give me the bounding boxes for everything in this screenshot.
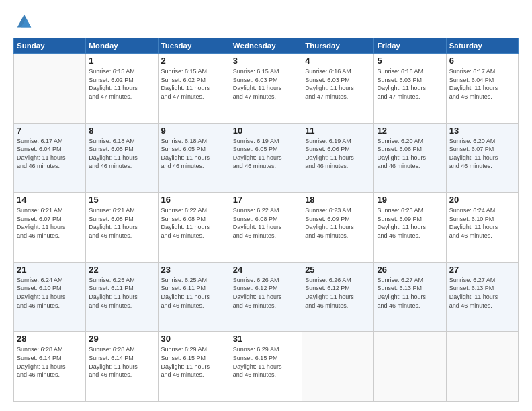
day-number: 19 — [377, 195, 443, 205]
day-number: 23 — [161, 265, 227, 275]
calendar-cell: 31Sunrise: 6:29 AM Sunset: 6:15 PM Dayli… — [230, 332, 302, 402]
calendar-cell: 10Sunrise: 6:19 AM Sunset: 6:05 PM Dayli… — [230, 123, 302, 193]
day-number: 4 — [305, 56, 371, 66]
day-info: Sunrise: 6:27 AM Sunset: 6:13 PM Dayligh… — [377, 276, 443, 310]
calendar-cell: 18Sunrise: 6:23 AM Sunset: 6:09 PM Dayli… — [302, 193, 374, 263]
calendar-cell: 28Sunrise: 6:28 AM Sunset: 6:14 PM Dayli… — [14, 332, 86, 402]
calendar-cell: 29Sunrise: 6:28 AM Sunset: 6:14 PM Dayli… — [86, 332, 158, 402]
calendar-cell: 24Sunrise: 6:26 AM Sunset: 6:12 PM Dayli… — [230, 262, 302, 332]
day-info: Sunrise: 6:26 AM Sunset: 6:12 PM Dayligh… — [233, 276, 299, 310]
calendar-cell: 2Sunrise: 6:15 AM Sunset: 6:02 PM Daylig… — [158, 54, 230, 124]
calendar-cell: 27Sunrise: 6:27 AM Sunset: 6:13 PM Dayli… — [446, 262, 518, 332]
day-info: Sunrise: 6:21 AM Sunset: 6:07 PM Dayligh… — [17, 206, 83, 240]
calendar-cell — [374, 332, 446, 402]
day-info: Sunrise: 6:20 AM Sunset: 6:06 PM Dayligh… — [377, 137, 443, 171]
day-info: Sunrise: 6:18 AM Sunset: 6:05 PM Dayligh… — [161, 137, 227, 171]
calendar-header-wednesday: Wednesday — [230, 38, 302, 54]
calendar-week-row: 1Sunrise: 6:15 AM Sunset: 6:02 PM Daylig… — [14, 54, 519, 124]
day-number: 27 — [449, 265, 515, 275]
calendar-header-saturday: Saturday — [446, 38, 518, 54]
logo-icon — [15, 12, 34, 31]
day-number: 14 — [17, 195, 83, 205]
day-number: 28 — [17, 334, 83, 344]
day-number: 30 — [161, 334, 227, 344]
day-info: Sunrise: 6:17 AM Sunset: 6:04 PM Dayligh… — [449, 67, 515, 101]
calendar-cell: 16Sunrise: 6:22 AM Sunset: 6:08 PM Dayli… — [158, 193, 230, 263]
day-number: 25 — [305, 265, 371, 275]
day-number: 1 — [89, 56, 154, 66]
calendar-cell: 11Sunrise: 6:19 AM Sunset: 6:06 PM Dayli… — [302, 123, 374, 193]
day-info: Sunrise: 6:21 AM Sunset: 6:08 PM Dayligh… — [89, 206, 154, 240]
day-info: Sunrise: 6:24 AM Sunset: 6:10 PM Dayligh… — [449, 206, 515, 240]
day-number: 16 — [161, 195, 227, 205]
day-info: Sunrise: 6:29 AM Sunset: 6:15 PM Dayligh… — [233, 345, 299, 379]
day-info: Sunrise: 6:23 AM Sunset: 6:09 PM Dayligh… — [305, 206, 371, 240]
day-number: 11 — [305, 126, 371, 136]
calendar-cell: 30Sunrise: 6:29 AM Sunset: 6:15 PM Dayli… — [158, 332, 230, 402]
day-number: 22 — [89, 265, 154, 275]
day-info: Sunrise: 6:20 AM Sunset: 6:07 PM Dayligh… — [449, 137, 515, 171]
calendar-cell: 23Sunrise: 6:25 AM Sunset: 6:11 PM Dayli… — [158, 262, 230, 332]
calendar-cell: 20Sunrise: 6:24 AM Sunset: 6:10 PM Dayli… — [446, 193, 518, 263]
calendar-cell — [302, 332, 374, 402]
calendar-cell: 3Sunrise: 6:15 AM Sunset: 6:03 PM Daylig… — [230, 54, 302, 124]
calendar-week-row: 7Sunrise: 6:17 AM Sunset: 6:04 PM Daylig… — [14, 123, 519, 193]
calendar-cell — [446, 332, 518, 402]
calendar-week-row: 21Sunrise: 6:24 AM Sunset: 6:10 PM Dayli… — [14, 262, 519, 332]
day-number: 15 — [89, 195, 154, 205]
day-number: 21 — [17, 265, 83, 275]
calendar-header-monday: Monday — [86, 38, 158, 54]
calendar-cell: 12Sunrise: 6:20 AM Sunset: 6:06 PM Dayli… — [374, 123, 446, 193]
day-info: Sunrise: 6:22 AM Sunset: 6:08 PM Dayligh… — [161, 206, 227, 240]
day-info: Sunrise: 6:15 AM Sunset: 6:02 PM Dayligh… — [161, 67, 227, 101]
day-info: Sunrise: 6:19 AM Sunset: 6:05 PM Dayligh… — [233, 137, 299, 171]
day-info: Sunrise: 6:24 AM Sunset: 6:10 PM Dayligh… — [17, 276, 83, 310]
calendar-header-friday: Friday — [374, 38, 446, 54]
day-info: Sunrise: 6:17 AM Sunset: 6:04 PM Dayligh… — [17, 137, 83, 171]
calendar-header-tuesday: Tuesday — [158, 38, 230, 54]
calendar-cell — [14, 54, 86, 124]
day-number: 31 — [233, 334, 299, 344]
calendar-table: SundayMondayTuesdayWednesdayThursdayFrid… — [13, 38, 519, 402]
day-number: 18 — [305, 195, 371, 205]
day-number: 17 — [233, 195, 299, 205]
day-info: Sunrise: 6:18 AM Sunset: 6:05 PM Dayligh… — [89, 137, 154, 171]
day-number: 10 — [233, 126, 299, 136]
day-info: Sunrise: 6:19 AM Sunset: 6:06 PM Dayligh… — [305, 137, 371, 171]
day-info: Sunrise: 6:26 AM Sunset: 6:12 PM Dayligh… — [305, 276, 371, 310]
day-info: Sunrise: 6:28 AM Sunset: 6:14 PM Dayligh… — [89, 345, 154, 379]
day-number: 8 — [89, 126, 154, 136]
day-info: Sunrise: 6:23 AM Sunset: 6:09 PM Dayligh… — [377, 206, 443, 240]
calendar-cell: 14Sunrise: 6:21 AM Sunset: 6:07 PM Dayli… — [14, 193, 86, 263]
calendar-cell: 17Sunrise: 6:22 AM Sunset: 6:08 PM Dayli… — [230, 193, 302, 263]
calendar-cell: 5Sunrise: 6:16 AM Sunset: 6:03 PM Daylig… — [374, 54, 446, 124]
day-info: Sunrise: 6:15 AM Sunset: 6:02 PM Dayligh… — [89, 67, 154, 101]
day-number: 6 — [449, 56, 515, 66]
calendar-header-thursday: Thursday — [302, 38, 374, 54]
day-number: 5 — [377, 56, 443, 66]
day-info: Sunrise: 6:16 AM Sunset: 6:03 PM Dayligh… — [305, 67, 371, 101]
day-number: 3 — [233, 56, 299, 66]
calendar-cell: 1Sunrise: 6:15 AM Sunset: 6:02 PM Daylig… — [86, 54, 158, 124]
day-info: Sunrise: 6:25 AM Sunset: 6:11 PM Dayligh… — [89, 276, 154, 310]
calendar-cell: 6Sunrise: 6:17 AM Sunset: 6:04 PM Daylig… — [446, 54, 518, 124]
day-number: 9 — [161, 126, 227, 136]
logo — [13, 12, 34, 31]
day-number: 29 — [89, 334, 154, 344]
day-number: 20 — [449, 195, 515, 205]
day-number: 12 — [377, 126, 443, 136]
calendar-cell: 9Sunrise: 6:18 AM Sunset: 6:05 PM Daylig… — [158, 123, 230, 193]
calendar-cell: 4Sunrise: 6:16 AM Sunset: 6:03 PM Daylig… — [302, 54, 374, 124]
day-info: Sunrise: 6:22 AM Sunset: 6:08 PM Dayligh… — [233, 206, 299, 240]
day-info: Sunrise: 6:29 AM Sunset: 6:15 PM Dayligh… — [161, 345, 227, 379]
calendar-cell: 22Sunrise: 6:25 AM Sunset: 6:11 PM Dayli… — [86, 262, 158, 332]
day-number: 24 — [233, 265, 299, 275]
day-info: Sunrise: 6:15 AM Sunset: 6:03 PM Dayligh… — [233, 67, 299, 101]
day-number: 26 — [377, 265, 443, 275]
calendar-cell: 7Sunrise: 6:17 AM Sunset: 6:04 PM Daylig… — [14, 123, 86, 193]
day-number: 13 — [449, 126, 515, 136]
calendar-cell: 13Sunrise: 6:20 AM Sunset: 6:07 PM Dayli… — [446, 123, 518, 193]
calendar-header-row: SundayMondayTuesdayWednesdayThursdayFrid… — [14, 38, 519, 54]
day-number: 7 — [17, 126, 83, 136]
calendar-cell: 15Sunrise: 6:21 AM Sunset: 6:08 PM Dayli… — [86, 193, 158, 263]
